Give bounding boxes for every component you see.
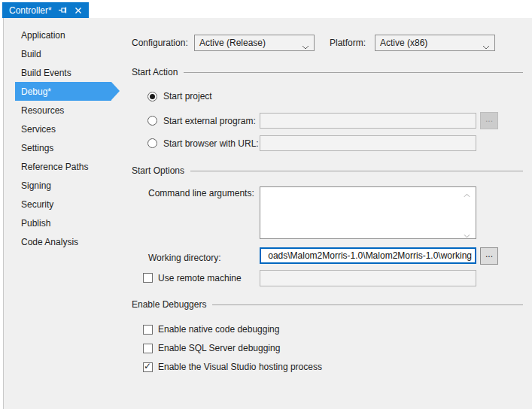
sidebar-item-signing[interactable]: Signing bbox=[15, 176, 111, 195]
working-directory-label: Working directory: bbox=[148, 250, 220, 266]
properties-sidebar: Application Build Build Events Debug* Re… bbox=[15, 26, 111, 251]
document-tab-strip: Controller* bbox=[0, 0, 532, 18]
sql-debugging-checkbox[interactable] bbox=[143, 344, 153, 353]
configuration-label: Configuration: bbox=[132, 35, 188, 51]
remote-machine-label: Use remote machine bbox=[158, 273, 242, 283]
working-directory-input[interactable] bbox=[260, 247, 476, 264]
start-external-row: Start external program: bbox=[147, 113, 256, 129]
native-debugging-label: Enable native code debugging bbox=[158, 324, 279, 335]
sidebar-item-debug[interactable]: Debug* bbox=[15, 82, 111, 101]
native-debugging-checkbox[interactable] bbox=[143, 325, 153, 335]
start-action-header: Start Action bbox=[132, 66, 523, 78]
start-project-label: Start project bbox=[163, 91, 212, 101]
remote-machine-checkbox[interactable] bbox=[143, 273, 153, 283]
sidebar-item-code-analysis[interactable]: Code Analysis bbox=[15, 232, 111, 251]
hosting-process-label: Enable the Visual Studio hosting process bbox=[158, 362, 322, 372]
header-rule bbox=[212, 304, 523, 305]
project-properties-window: Controller* Application Build Build Even… bbox=[0, 0, 532, 409]
start-browser-label: Start browser with URL: bbox=[163, 138, 259, 149]
sidebar-item-publish[interactable]: Publish bbox=[15, 214, 111, 232]
chevron-down-icon bbox=[302, 41, 309, 52]
platform-dropdown[interactable]: Active (x86) bbox=[375, 35, 495, 51]
start-browser-row: Start browser with URL: bbox=[147, 135, 259, 151]
start-action-title: Start Action bbox=[132, 67, 178, 77]
tab-title: Controller* bbox=[9, 5, 52, 16]
scroll-down-icon[interactable] bbox=[464, 230, 470, 241]
sidebar-item-resources[interactable]: Resources bbox=[15, 101, 111, 120]
start-external-label: Start external program: bbox=[163, 116, 256, 126]
document-tab-controller[interactable]: Controller* bbox=[2, 2, 89, 18]
enable-debuggers-header: Enable Debuggers bbox=[132, 298, 523, 311]
sidebar-item-services[interactable]: Services bbox=[15, 120, 111, 138]
hosting-process-row: Enable the Visual Studio hosting process bbox=[143, 362, 322, 372]
close-icon[interactable] bbox=[74, 5, 84, 15]
sidebar-item-build-events[interactable]: Build Events bbox=[15, 63, 111, 82]
native-debugging-row: Enable native code debugging bbox=[143, 324, 279, 335]
start-external-browse-button: ... bbox=[480, 112, 498, 129]
start-options-title: Start Options bbox=[132, 165, 184, 176]
configuration-value: Active (Release) bbox=[199, 38, 266, 48]
sidebar-item-security[interactable]: Security bbox=[15, 195, 111, 214]
remote-machine-row: Use remote machine bbox=[143, 272, 242, 283]
sql-debugging-row: Enable SQL Server debugging bbox=[143, 343, 280, 353]
header-rule bbox=[190, 171, 523, 171]
configuration-dropdown[interactable]: Active (Release) bbox=[194, 35, 315, 51]
start-project-radio[interactable] bbox=[147, 92, 157, 101]
sidebar-item-reference-paths[interactable]: Reference Paths bbox=[15, 157, 111, 176]
command-line-textarea[interactable] bbox=[260, 186, 476, 239]
sidebar-item-application[interactable]: Application bbox=[15, 26, 111, 44]
debug-properties-page: Application Build Build Events Debug* Re… bbox=[4, 18, 532, 409]
command-line-label: Command line arguments: bbox=[148, 185, 254, 201]
start-browser-input[interactable] bbox=[260, 135, 476, 151]
enable-debuggers-title: Enable Debuggers bbox=[132, 299, 206, 310]
start-browser-radio[interactable] bbox=[147, 138, 157, 148]
sidebar-item-settings[interactable]: Settings bbox=[15, 138, 111, 157]
start-options-header: Start Options bbox=[132, 165, 523, 177]
header-rule bbox=[184, 72, 523, 73]
scroll-up-icon[interactable] bbox=[464, 189, 470, 200]
start-external-input[interactable] bbox=[260, 113, 476, 129]
working-directory-browse-button[interactable]: ... bbox=[480, 247, 498, 265]
sql-debugging-label: Enable SQL Server debugging bbox=[158, 343, 280, 353]
pin-icon[interactable] bbox=[58, 5, 68, 15]
platform-value: Active (x86) bbox=[380, 38, 427, 48]
remote-machine-input bbox=[260, 270, 476, 286]
hosting-process-checkbox[interactable] bbox=[143, 362, 153, 372]
sidebar-item-build[interactable]: Build bbox=[15, 44, 111, 63]
start-external-radio[interactable] bbox=[147, 116, 157, 126]
start-project-row: Start project bbox=[147, 90, 212, 102]
platform-label: Platform: bbox=[330, 35, 366, 51]
chevron-down-icon bbox=[482, 41, 490, 52]
